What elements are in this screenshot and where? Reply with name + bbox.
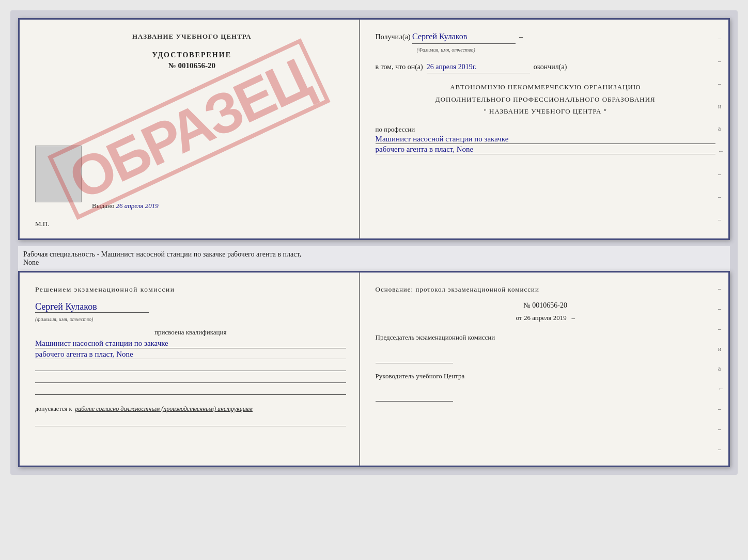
side-dashes-top: – – – и а ← – – – [718, 20, 724, 238]
dopuskaetsya-block: допускается к работе согласно должностны… [35, 405, 346, 413]
poluchil-line: Получил(a) Сергей Кулаков – (Фамилия, им… [376, 30, 715, 55]
dopuskaetsya-text: работе согласно должностным (производств… [75, 405, 253, 412]
osnovanie-title: Основание: протокол экзаменационной коми… [376, 285, 715, 294]
predsedatel-signature [376, 353, 453, 363]
org-line2: ДОПОЛНИТЕЛЬНОГО ПРОФЕССИОНАЛЬНОГО ОБРАЗО… [376, 93, 715, 105]
profession-line2: рабочего агента в пласт, None [376, 145, 715, 154]
udostoverenie-num: № 0010656-20 [35, 61, 349, 70]
qualification-line1: Машинист насосной станции по закачке [35, 339, 346, 348]
vtom-line: в том, что он(а) 26 апреля 2019г. окончи… [376, 61, 715, 73]
vtom-date: 26 апреля 2019г. [427, 61, 530, 73]
blank-line-1 [35, 362, 346, 371]
org-quote: " НАЗВАНИЕ УЧЕБНОГО ЦЕНТРА " [376, 105, 715, 117]
top-doc-right: – – – и а ← – – – Получил(a) Сергей Кула… [360, 20, 728, 238]
rukovoditel-title: Руководитель учебного Центра [376, 371, 715, 381]
prisvoyena-label: присвоена квалификация [35, 328, 346, 337]
protocol-date-value: 26 апреля 2019 [524, 314, 567, 322]
fio-hint-top: (Фамилия, имя, отчество) [417, 47, 475, 53]
vydano-date: 26 апреля 2019 [116, 202, 159, 210]
side-dashes-bottom: – – – и а ← – – – [718, 273, 724, 466]
fio-hint-bottom: (фамилия, имя, отчество) [35, 316, 93, 322]
bottom-document: Решением экзаменационной комиссии Сергей… [18, 271, 730, 467]
protocol-date-prefix: от [516, 314, 522, 322]
okonchil-label: окончил(а) [534, 63, 567, 71]
vydano-label: Выдано [92, 202, 114, 210]
vydano-line: Выдано 26 апреля 2019 [92, 202, 159, 210]
org-line1: АВТОНОМНУЮ НЕКОММЕРЧЕСКУЮ ОРГАНИЗАЦИЮ [376, 81, 715, 93]
middle-text-line2: None [23, 259, 39, 266]
person-name-block: Сергей Кулаков (фамилия, имя, отчество) [35, 301, 346, 323]
bottom-doc-left: Решением экзаменационной комиссии Сергей… [20, 273, 360, 466]
po-professii: по профессии Машинист насосной станции п… [376, 125, 715, 154]
middle-text-line1: Рабочая специальность - Машинист насосно… [23, 250, 301, 258]
predsedatel-title: Председатель экзаменационной комиссии [376, 332, 715, 343]
udostoverenie-title: УДОСТОВЕРЕНИЕ [35, 51, 349, 59]
po-professii-label: по профессии [376, 125, 415, 133]
profession-line1: Машинист насосной станции по закачке [376, 135, 715, 144]
org-block: АВТОНОМНУЮ НЕКОММЕРЧЕСКУЮ ОРГАНИЗАЦИЮ ДО… [376, 81, 715, 117]
qualification-line2: рабочего агента в пласт, None [35, 350, 346, 359]
blank-line-bottom [35, 417, 346, 426]
decision-title: Решением экзаменационной комиссии [35, 285, 346, 294]
predsedatel-block: Председатель экзаменационной комиссии [376, 332, 715, 363]
mp-line: М.П. [35, 220, 49, 228]
blank-line-2 [35, 374, 346, 383]
poluchil-name: Сергей Кулаков [412, 30, 516, 44]
dopuskaetsya-label: допускается к [35, 405, 72, 412]
top-doc-left: НАЗВАНИЕ УЧЕБНОГО ЦЕНТРА ОБРАЗЕЦ УДОСТОВ… [20, 20, 360, 238]
rukovoditel-signature [376, 391, 453, 402]
person-name: Сергей Кулаков [35, 301, 149, 313]
center-name-top: НАЗВАНИЕ УЧЕБНОГО ЦЕНТРА [35, 33, 349, 41]
rukovoditel-block: Руководитель учебного Центра [376, 371, 715, 402]
bottom-doc-right: – – – и а ← – – – Основание: протокол эк… [360, 273, 728, 466]
vtom-label: в том, что он(а) [376, 63, 423, 71]
udostoverenie-block: УДОСТОВЕРЕНИЕ № 0010656-20 [35, 51, 349, 70]
protocol-date: от 26 апреля 2019 – [376, 314, 715, 322]
poluchil-label: Получил(a) [376, 33, 411, 41]
photo-placeholder [35, 146, 82, 202]
top-document: НАЗВАНИЕ УЧЕБНОГО ЦЕНТРА ОБРАЗЕЦ УДОСТОВ… [18, 18, 730, 240]
page-wrapper: НАЗВАНИЕ УЧЕБНОГО ЦЕНТРА ОБРАЗЕЦ УДОСТОВ… [10, 10, 738, 475]
protocol-num: № 0010656-20 [376, 301, 715, 310]
middle-text-block: Рабочая специальность - Машинист насосно… [18, 246, 730, 271]
blank-line-3 [35, 386, 346, 395]
